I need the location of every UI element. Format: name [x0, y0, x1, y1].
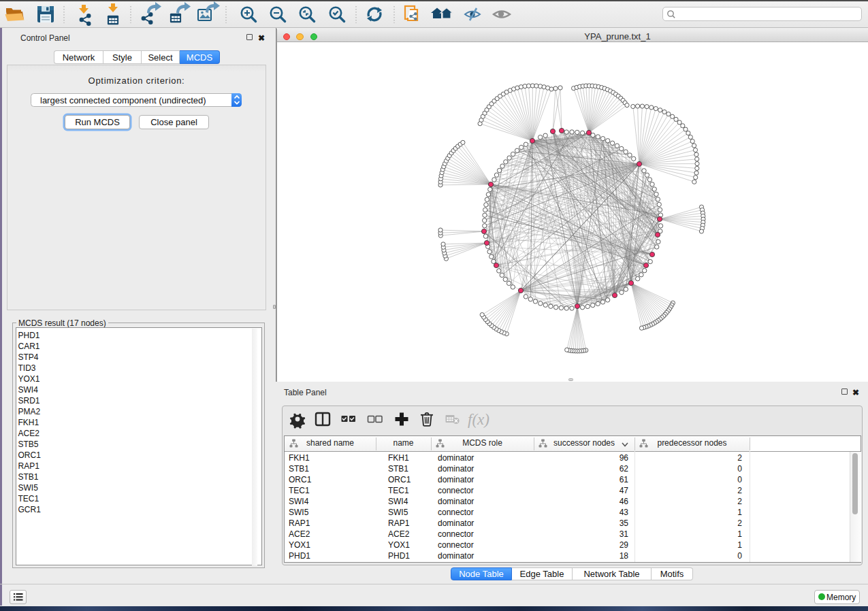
- svg-text:f(x): f(x): [468, 411, 489, 428]
